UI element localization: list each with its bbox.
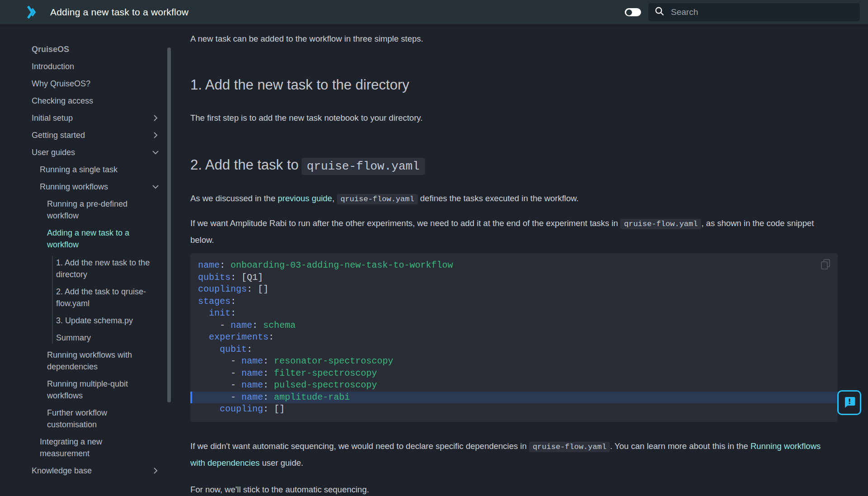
paragraph-first-step: The first step is to add the new task no… xyxy=(190,110,838,126)
heading-add-task-directory: 1. Add the new task to the directory xyxy=(190,76,838,94)
link-previous-guide[interactable]: previous guide xyxy=(278,194,332,203)
code-line: couplings: [] xyxy=(190,283,838,296)
sidebar-section-qruiseos: QruiseOS xyxy=(0,43,170,55)
search-input[interactable] xyxy=(671,7,854,17)
code-line: name: onboarding-03-adding-new-task-to-w… xyxy=(190,260,838,272)
page-toc: 1. Add the new task to the directory 2. … xyxy=(52,256,170,344)
search-icon xyxy=(655,6,665,18)
sidebar-item-checking-access[interactable]: Checking access xyxy=(0,95,170,107)
sidebar-item-running-single-task[interactable]: Running a single task xyxy=(0,164,170,175)
code-line-highlighted: - name: amplitude-rabi xyxy=(190,392,838,404)
inline-code-qruise-flow: qruise-flow.yaml xyxy=(529,442,610,452)
chevron-right-icon xyxy=(152,113,159,123)
paragraph-for-now: For now, we'll stick to the automatic se… xyxy=(190,482,838,496)
app-header: Adding a new task to a workflow xyxy=(0,0,868,24)
sidebar-item-running-predefined-workflow[interactable]: Running a pre-defined workflow xyxy=(0,198,170,222)
sidebar-item-why-qruiseos[interactable]: Why QruiseOS? xyxy=(0,78,170,90)
inline-code-qruise-flow: qruise-flow.yaml xyxy=(337,194,418,204)
page-title: Adding a new task to a workflow xyxy=(50,7,189,18)
sidebar-item-multiple-qubit-workflows[interactable]: Running multiple-qubit workflows xyxy=(0,378,170,402)
sidebar-item-knowledge-base[interactable]: Knowledge base xyxy=(0,465,170,477)
sidebar-item-user-guides[interactable]: User guides xyxy=(0,146,170,158)
code-line: qubit: xyxy=(190,344,838,356)
sidebar-item-getting-started[interactable]: Getting started xyxy=(0,129,170,141)
sidebar-item-initial-setup[interactable]: Initial setup xyxy=(0,112,170,124)
sidebar-item-integrating-new-measurement[interactable]: Integrating a new measurement xyxy=(0,436,170,459)
inline-code-qruise-flow: qruise-flow.yaml xyxy=(620,219,701,229)
chevron-down-icon xyxy=(151,149,160,156)
chevron-down-icon xyxy=(151,183,160,190)
toc-item-update-schema[interactable]: 3. Update schema.py xyxy=(53,315,170,326)
theme-toggle[interactable] xyxy=(625,8,641,16)
sidebar-item-adding-new-task-current[interactable]: Adding a new task to a workflow xyxy=(0,227,170,250)
code-line: - name: filter-spectroscopy xyxy=(190,368,838,380)
chevron-right-icon xyxy=(152,466,159,475)
heading-inline-code: qruise-flow.yaml xyxy=(302,158,425,175)
qruise-logo-icon xyxy=(26,5,37,20)
feedback-button[interactable] xyxy=(837,390,861,415)
code-line: qubits: [Q1] xyxy=(190,272,838,284)
toggle-knob xyxy=(626,9,632,15)
yaml-code-block: name: onboarding-03-adding-new-task-to-w… xyxy=(190,253,838,422)
code-line: init: xyxy=(190,307,838,320)
code-line: - name: schema xyxy=(190,320,838,332)
search-bar[interactable] xyxy=(648,3,860,21)
article-content: A new task can be added to the workflow … xyxy=(190,24,838,496)
paragraph-as-discussed: As we discussed in the previous guide, q… xyxy=(190,190,838,207)
code-line: - name: pulsed-spectroscopy xyxy=(190,379,838,392)
code-line: experiments: xyxy=(190,331,838,344)
copy-icon[interactable] xyxy=(820,259,831,271)
feedback-exclamation-bubble-icon xyxy=(843,395,856,411)
sidebar-item-further-workflow-customisation[interactable]: Further workflow customisation xyxy=(0,407,170,430)
paragraph-amplitude-rabi: If we want Amplitude Rabi to run after t… xyxy=(190,215,838,248)
code-line: stages: xyxy=(190,296,838,308)
toc-item-summary[interactable]: Summary xyxy=(53,332,170,344)
paragraph-automatic-sequencing: If we didn't want automatic sequencing, … xyxy=(190,438,838,471)
toc-item-add-task-directory[interactable]: 1. Add the new task to the directory xyxy=(53,257,170,280)
code-line: coupling: [] xyxy=(190,403,838,416)
toc-item-add-task-qruise-flow[interactable]: 2. Add the task to qruise-flow.yaml xyxy=(53,286,170,309)
code-line: - name: resonator-spectroscopy xyxy=(190,355,838,368)
intro-paragraph: A new task can be added to the workflow … xyxy=(190,31,838,47)
chevron-right-icon xyxy=(152,131,159,140)
sidebar-scrollbar[interactable] xyxy=(167,47,171,402)
sidebar-item-running-workflows[interactable]: Running workflows xyxy=(0,181,170,193)
heading-add-task-qruise-flow: 2. Add the task toqruise-flow.yaml xyxy=(190,155,838,177)
sidebar-nav: QruiseOS Introduction Why QruiseOS? Chec… xyxy=(0,24,170,496)
sidebar-item-workflows-with-dependencies[interactable]: Running workflows with dependencies xyxy=(0,349,170,373)
sidebar-item-introduction[interactable]: Introduction xyxy=(0,61,170,72)
